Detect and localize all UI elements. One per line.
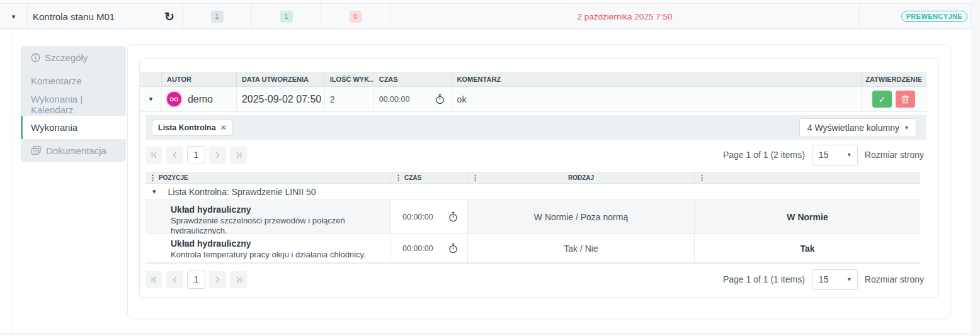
column-menu-icon[interactable]: ⋮ <box>149 174 156 181</box>
grid-row-partial-top <box>0 0 971 4</box>
failed-badge: 0 <box>350 11 362 23</box>
time-cell: 00:00:00 <box>391 234 468 262</box>
position-description: Kontrola temperatury pracy oleju i dział… <box>171 250 382 260</box>
header-komentarz[interactable]: KOMENTARZ <box>452 72 862 86</box>
work-order-name-cell: Kontrola stanu M01 ↻ <box>28 4 183 28</box>
position-description: Sprawdzenie szczelności przewodów i połą… <box>171 216 382 237</box>
close-icon[interactable]: ✕ <box>220 124 227 132</box>
detail-tabs: Szczegóły Komentarze Wykonania | Kalenda… <box>21 46 126 162</box>
header-expander <box>140 72 162 86</box>
page-size-select[interactable]: 15 ▾ <box>812 269 858 290</box>
next-page-button[interactable] <box>209 147 226 164</box>
comment-cell: ok <box>452 87 862 111</box>
executions-table: AUTOR DATA UTWORZENIA ILOŚĆ WYK... CZAS … <box>140 72 926 112</box>
approve-button[interactable]: ✓ <box>872 91 892 108</box>
last-page-button[interactable] <box>230 271 247 288</box>
current-page-button[interactable]: 1 <box>187 146 205 164</box>
page-info: Page 1 of 1 (1 items) <box>723 274 805 284</box>
page-size-value: 15 <box>819 150 829 160</box>
first-page-button[interactable] <box>145 271 162 288</box>
check-icon: ✓ <box>879 94 886 104</box>
position-title: Układ hydrauliczny <box>171 204 382 215</box>
expand-caret-icon: ▾ <box>149 96 153 103</box>
header-label: POZYCJE <box>159 174 188 181</box>
count-value: 2 <box>330 94 335 104</box>
recurring-icon: ↻ <box>164 11 174 23</box>
pager-info-group: Page 1 of 1 (1 items) 15 ▾ Rozmiar stron… <box>723 269 926 290</box>
pager-info-group: Page 1 of 1 (2 items) 15 ▾ Rozmiar stron… <box>723 145 926 165</box>
column-menu-icon[interactable]: ⋮ <box>698 174 705 181</box>
work-order-name: Kontrola stanu M01 <box>33 11 115 22</box>
header-label: RODZAJ <box>468 174 694 181</box>
author-name: demo <box>188 94 213 105</box>
executions-header-row: AUTOR DATA UTWORZENIA ILOŚĆ WYK... CZAS … <box>140 72 926 87</box>
page-size-label: Rozmiar strony <box>865 150 924 160</box>
avatar: DO <box>167 92 181 106</box>
expand-caret-icon: ▾ <box>12 13 16 20</box>
current-page-button[interactable]: 1 <box>187 271 205 289</box>
executions-card: AUTOR DATA UTWORZENIA ILOŚĆ WYK... CZAS … <box>139 59 939 298</box>
delete-button[interactable] <box>896 91 915 108</box>
comment-text: ok <box>457 94 467 104</box>
count-failed-cell: 0 <box>321 4 390 28</box>
created-cell: 2025-09-02 07:50 <box>237 87 325 111</box>
header-autor[interactable]: AUTOR <box>162 72 237 86</box>
bottom-pager: 1 Page 1 of 1 (1 items) 15 <box>145 267 926 291</box>
header-czas[interactable]: CZAS <box>374 72 452 86</box>
header-data-utworzenia[interactable]: DATA UTWORZENIA <box>237 72 325 86</box>
count-total-cell: 1 <box>183 4 252 28</box>
due-date: 2 października 2025 7:50 <box>578 12 673 21</box>
checklist-table: ⋮ POZYCJE ⋮ CZAS ⋮ RODZAJ <box>145 172 920 264</box>
visible-columns-label: 4 Wyświetlane kolumny <box>807 123 899 133</box>
execution-row: ▾ DO demo 2025-09-02 07:50 2 <box>140 87 926 112</box>
last-page-button[interactable] <box>230 147 247 164</box>
type-cell: PREWENCYJNE <box>860 4 971 28</box>
prev-page-button[interactable] <box>166 147 183 164</box>
visible-columns-button[interactable]: 4 Wyświetlane kolumny ▾ <box>799 118 916 137</box>
header-ilosc[interactable]: ILOŚĆ WYK... <box>325 72 374 86</box>
header-pozycje[interactable]: ⋮ POZYCJE <box>145 172 391 183</box>
pager-buttons: 1 <box>145 271 247 289</box>
total-badge: 1 <box>211 11 224 23</box>
work-order-row[interactable]: ▾ Kontrola stanu M01 ↻ 1 1 0 2 październ… <box>0 4 971 29</box>
tab-szczegoly[interactable]: Szczegóły <box>21 46 126 69</box>
chevron-down-icon: ▾ <box>905 125 908 131</box>
value-cell: Tak <box>695 234 920 262</box>
status-badge: PREWENCYJNE <box>901 11 967 22</box>
prev-page-button[interactable] <box>166 271 183 288</box>
group-label: Lista Kontrolna: Sprawdzenie LINII 50 <box>168 187 316 197</box>
tab-label: Dokumentacja <box>46 145 106 156</box>
checklist-group-row[interactable]: ▾ Lista Kontrolna: Sprawdzenie LINII 50 <box>145 184 920 200</box>
time-value: 00:00:00 <box>379 95 410 104</box>
execution-expander[interactable]: ▾ <box>140 87 162 111</box>
work-orders-grid: ▾ Kontrola stanu M01 ↻ 1 1 0 2 październ… <box>0 0 971 336</box>
group-chip[interactable]: Lista Kontrolna ✕ <box>152 120 233 136</box>
page-size-value: 15 <box>819 274 829 284</box>
due-date-cell: 2 października 2025 7:50 <box>390 4 860 28</box>
header-czas[interactable]: ⋮ CZAS <box>391 172 468 183</box>
created-date: 2025-09-02 07:50 <box>242 94 321 105</box>
tab-komentarze[interactable]: Komentarze <box>21 69 126 92</box>
header-value[interactable]: ⋮ <box>695 172 920 183</box>
tab-label: Wykonania | Kalendarz <box>31 94 126 115</box>
kind-cell: Tak / Nie <box>468 234 695 262</box>
tab-wykonania[interactable]: Wykonania <box>21 116 126 139</box>
row-expander[interactable]: ▾ <box>0 4 28 28</box>
chevron-down-icon: ▾ <box>848 152 851 158</box>
column-menu-icon[interactable]: ⋮ <box>395 174 402 181</box>
expand-caret-icon: ▾ <box>152 188 156 195</box>
page-size-select[interactable]: 15 ▾ <box>812 145 858 165</box>
stopwatch-icon <box>435 94 445 104</box>
first-page-button[interactable] <box>145 147 162 164</box>
executions-panel: AUTOR DATA UTWORZENIA ILOŚĆ WYK... CZAS … <box>127 44 950 318</box>
header-rodzaj[interactable]: ⋮ RODZAJ <box>468 172 695 183</box>
tab-wykonania-kalendarz[interactable]: Wykonania | Kalendarz <box>21 92 126 116</box>
next-page-button[interactable] <box>209 271 226 288</box>
checklist-header-row: ⋮ POZYCJE ⋮ CZAS ⋮ RODZAJ <box>145 172 920 184</box>
author-cell: DO demo <box>162 87 237 111</box>
row-detail-panel: Szczegóły Komentarze Wykonania | Kalenda… <box>0 29 971 334</box>
value-cell: W Normie <box>695 200 920 233</box>
count-done-cell: 1 <box>252 4 321 28</box>
tab-dokumentacja[interactable]: Dokumentacja <box>21 139 126 162</box>
header-zatwierdzenie[interactable]: ZATWIERDZENIE <box>862 72 926 86</box>
